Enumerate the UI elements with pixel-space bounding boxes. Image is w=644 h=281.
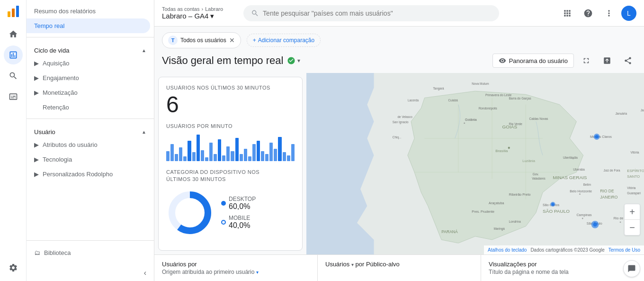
svg-point-57 bbox=[572, 158, 574, 159]
rt-title: Visão geral em tempo real ▾ bbox=[162, 54, 300, 67]
users-per-min-label: USUÁRIOS POR MINUTO bbox=[166, 123, 295, 129]
bottom-card-visualizacoes[interactable]: Visualizações por Título da página e nom… bbox=[481, 255, 644, 281]
map-terms[interactable]: Termos de Uso bbox=[608, 247, 640, 253]
expand-atributos-icon: ▶ bbox=[34, 141, 39, 148]
content-area: T Todos os usuários ✕ + Adicionar compar… bbox=[154, 27, 644, 281]
add-comparison-label: Adicionar comparação bbox=[258, 37, 314, 44]
breadcrumb-todas[interactable]: Todas as contas bbox=[162, 6, 200, 12]
panorama-button[interactable]: Panorama do usuário bbox=[492, 54, 574, 68]
expand-monetizacao-icon: ▶ bbox=[34, 89, 39, 96]
sidebar-item-personalizados[interactable]: ▶ Personalizados Rodolpho bbox=[27, 167, 150, 181]
share-button[interactable] bbox=[619, 52, 636, 69]
mini-bar bbox=[291, 144, 295, 161]
nav-realtime-button[interactable] bbox=[4, 45, 23, 64]
legend-desktop: DESKTOP 60,0% bbox=[221, 196, 256, 211]
sidebar-item-retencao-label: Retenção bbox=[34, 104, 69, 111]
bottom-card-usuarios-por[interactable]: Usuários por Origem atribuída ao primeir… bbox=[154, 255, 318, 281]
mobile-pct: 40,0% bbox=[229, 221, 250, 230]
main-content: Todas as contas › Labraro Labraro – GA4 … bbox=[154, 0, 644, 281]
bottom-card-0-title: Usuários por bbox=[162, 261, 310, 268]
mini-bar bbox=[205, 157, 208, 161]
mini-bar bbox=[197, 135, 200, 161]
mini-bar bbox=[244, 149, 247, 161]
filter-label: Todos os usuários bbox=[180, 37, 226, 44]
sidebar-item-aquisicao[interactable]: ▶ Aquisição bbox=[27, 56, 150, 71]
svg-point-37 bbox=[595, 135, 599, 138]
account-label: Labraro – GA4 bbox=[162, 12, 208, 20]
feedback-button[interactable] bbox=[623, 260, 640, 277]
desktop-label: DESKTOP bbox=[229, 196, 256, 202]
svg-text:Uberaba: Uberaba bbox=[573, 168, 585, 171]
sidebar-item-tecnologia[interactable]: ▶ Tecnologia bbox=[27, 152, 150, 167]
breadcrumb-labraro[interactable]: Labraro bbox=[205, 6, 223, 12]
mini-bar bbox=[226, 146, 230, 161]
desktop-pct: 60,0% bbox=[229, 202, 256, 211]
zoom-out-button[interactable]: − bbox=[625, 220, 640, 235]
svg-rect-1 bbox=[12, 9, 15, 17]
map-zoom-controls: + − bbox=[624, 204, 640, 236]
bottom-cards: Usuários por Origem atribuída ao primeir… bbox=[154, 254, 644, 281]
user-avatar[interactable]: L bbox=[621, 6, 636, 21]
sidebar-item-atributos[interactable]: ▶ Atributos do usuário bbox=[27, 137, 150, 152]
sidebar-item-resumo[interactable]: Resumo dos relatórios bbox=[27, 4, 150, 18]
apps-button[interactable] bbox=[559, 5, 576, 22]
mini-bar bbox=[287, 155, 290, 161]
nav-home-button[interactable] bbox=[4, 25, 23, 44]
sidebar-footer-biblioteca[interactable]: 🗂 Biblioteca bbox=[34, 246, 146, 259]
usuarios-dropdown-icon: ▾ bbox=[351, 262, 354, 267]
nav-explore-button[interactable] bbox=[4, 66, 23, 85]
search-bar[interactable] bbox=[243, 5, 499, 21]
svg-text:Betim: Betim bbox=[583, 183, 591, 186]
nav-advertising-button[interactable] bbox=[4, 87, 23, 106]
donut-legend: DESKTOP 60,0% MOBILE 40,0% bbox=[221, 196, 256, 230]
zoom-in-button[interactable]: + bbox=[625, 204, 640, 219]
svg-text:SÃO PAULO: SÃO PAULO bbox=[543, 208, 570, 214]
sidebar-item-monetizacao[interactable]: ▶ Monetização bbox=[27, 85, 150, 100]
mini-bar bbox=[175, 154, 178, 161]
svg-point-23 bbox=[464, 123, 465, 124]
svg-text:ESPÍRITO: ESPÍRITO bbox=[627, 169, 644, 173]
svg-text:Barra do Garças: Barra do Garças bbox=[509, 97, 531, 100]
svg-text:Janaúba: Janaúba bbox=[641, 109, 644, 112]
nav-settings-button[interactable] bbox=[4, 258, 23, 277]
panorama-label: Panorama do usuário bbox=[509, 57, 568, 64]
sidebar-collapse-button[interactable]: ‹ bbox=[27, 265, 154, 281]
chart-view-button[interactable] bbox=[599, 52, 616, 69]
mobile-label: MOBILE bbox=[229, 215, 250, 221]
bottom-card-0-sub: Origem atribuída ao primeiro usuário ▾ bbox=[162, 269, 310, 275]
sidebar-section-usuario[interactable]: Usuário ▲ bbox=[27, 123, 154, 137]
svg-text:Rondonópolis: Rondonópolis bbox=[479, 107, 497, 110]
svg-text:RIO DE: RIO DE bbox=[600, 189, 614, 193]
mini-bar bbox=[183, 156, 187, 161]
sidebar-divider-2 bbox=[27, 118, 154, 119]
filter-all-users[interactable]: T Todos os usuários ✕ bbox=[162, 32, 241, 48]
map-area[interactable]: GOIÁS Brasília Luziânia MINAS GERAIS SÃO… bbox=[306, 73, 644, 254]
bottom-card-publico-alvo[interactable]: Usuários ▾ por Público-alvo bbox=[318, 255, 481, 281]
map-keyboard-shortcuts[interactable]: Atalhos do teclado bbox=[488, 247, 527, 253]
svg-point-39 bbox=[593, 223, 597, 227]
account-selector[interactable]: Labraro – GA4 ▾ bbox=[162, 12, 238, 20]
mini-bar bbox=[218, 139, 221, 161]
sidebar-section-ciclo[interactable]: Ciclo de vida ▲ bbox=[27, 41, 154, 56]
fullscreen-button[interactable] bbox=[578, 52, 595, 69]
chevron-down-icon[interactable]: ▾ bbox=[297, 57, 300, 64]
help-button[interactable] bbox=[580, 5, 597, 22]
chevron-usuario-icon: ▲ bbox=[142, 129, 146, 135]
sidebar-item-engajamento[interactable]: ▶ Engajamento bbox=[27, 71, 150, 85]
sidebar-item-retencao[interactable]: Retenção bbox=[27, 100, 150, 115]
svg-text:de Velasco: de Velasco bbox=[398, 115, 413, 118]
search-input[interactable] bbox=[263, 9, 492, 17]
legend-mobile: MOBILE 40,0% bbox=[221, 215, 256, 230]
dropdown-chevron-icon: ▾ bbox=[256, 270, 259, 275]
biblioteca-icon: 🗂 bbox=[34, 249, 40, 256]
add-comparison-button[interactable]: + Adicionar comparação bbox=[247, 34, 321, 47]
svg-text:Maringá: Maringá bbox=[494, 227, 505, 231]
sidebar-item-tempo-real[interactable]: Tempo real bbox=[27, 18, 150, 33]
account-chevron-icon: ▾ bbox=[210, 12, 214, 20]
mini-bar bbox=[248, 156, 251, 161]
sidebar-item-atributos-label: Atributos do usuário bbox=[43, 141, 98, 148]
more-options-button[interactable] bbox=[600, 5, 617, 22]
expand-engajamento-icon: ▶ bbox=[34, 74, 39, 82]
svg-text:Goiânia: Goiânia bbox=[465, 118, 477, 122]
svg-point-31 bbox=[620, 221, 621, 223]
